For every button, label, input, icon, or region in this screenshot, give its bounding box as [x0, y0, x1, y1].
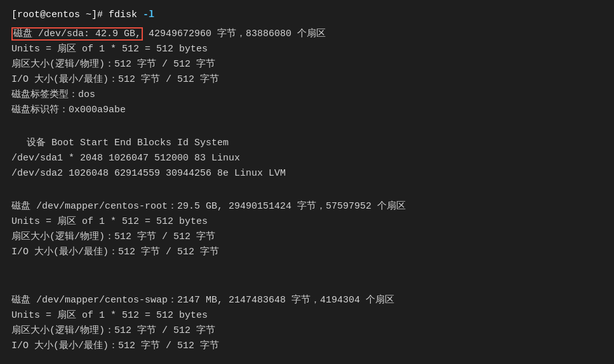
centos-root-header: 磁盘 /dev/mapper/centos-root：29.5 GB, 2949… — [11, 199, 603, 214]
sda-identifier: 磁盘标识符：0x000a9abe — [11, 103, 603, 118]
centos-swap-io-size: I/O 大小(最小/最佳)：512 字节 / 512 字节 — [11, 339, 603, 354]
sda-io-size: I/O 大小(最小/最佳)：512 字节 / 512 字节 — [11, 72, 603, 88]
table-row-sda1: /dev/sda1 * 2048 1026047 512000 83 Linux — [11, 151, 603, 166]
blank-2 — [11, 184, 603, 199]
centos-swap-units: Units = 扇区 of 1 * 512 = 512 bytes — [11, 308, 603, 323]
sda-units: Units = 扇区 of 1 * 512 = 512 bytes — [11, 42, 603, 57]
cmd-flag: -l — [143, 10, 154, 20]
partition-table: 设备 Boot Start End Blocks Id System /dev/… — [11, 136, 603, 181]
prompt-text: [root@centos ~]# fdisk — [11, 10, 143, 20]
blank-1 — [11, 120, 603, 136]
centos-root-io-size: I/O 大小(最小/最佳)：512 字节 / 512 字节 — [11, 245, 603, 260]
centos-root-units: Units = 扇区 of 1 * 512 = 512 bytes — [11, 214, 603, 230]
centos-swap-section: 磁盘 /dev/mapper/centos-swap：2147 MB, 2147… — [11, 293, 603, 354]
centos-root-section: 磁盘 /dev/mapper/centos-root：29.5 GB, 2949… — [11, 199, 603, 260]
sda-highlighted: 磁盘 /dev/sda: 42.9 GB, — [11, 27, 143, 41]
centos-root-sector-size: 扇区大小(逻辑/物理)：512 字节 / 512 字节 — [11, 230, 603, 245]
sda-label-type: 磁盘标签类型：dos — [11, 88, 603, 103]
prompt-line: [root@centos ~]# fdisk -l — [11, 8, 603, 23]
table-header: 设备 Boot Start End Blocks Id System — [11, 136, 603, 151]
terminal-window: [root@centos ~]# fdisk -l 磁盘 /dev/sda: 4… — [0, 0, 614, 364]
sda-header-rest: 42949672960 字节，83886080 个扇区 — [143, 29, 326, 39]
sda-section: 磁盘 /dev/sda: 42.9 GB, 42949672960 字节，838… — [11, 27, 603, 118]
centos-swap-sector-size: 扇区大小(逻辑/物理)：512 字节 / 512 字节 — [11, 323, 603, 339]
table-row-sda2: /dev/sda2 1026048 62914559 30944256 8e L… — [11, 166, 603, 181]
sda-header-line: 磁盘 /dev/sda: 42.9 GB, 42949672960 字节，838… — [11, 27, 603, 42]
blank-4 — [11, 278, 603, 293]
sda-sector-size: 扇区大小(逻辑/物理)：512 字节 / 512 字节 — [11, 57, 603, 72]
blank-3 — [11, 263, 603, 278]
centos-swap-header: 磁盘 /dev/mapper/centos-swap：2147 MB, 2147… — [11, 293, 603, 308]
